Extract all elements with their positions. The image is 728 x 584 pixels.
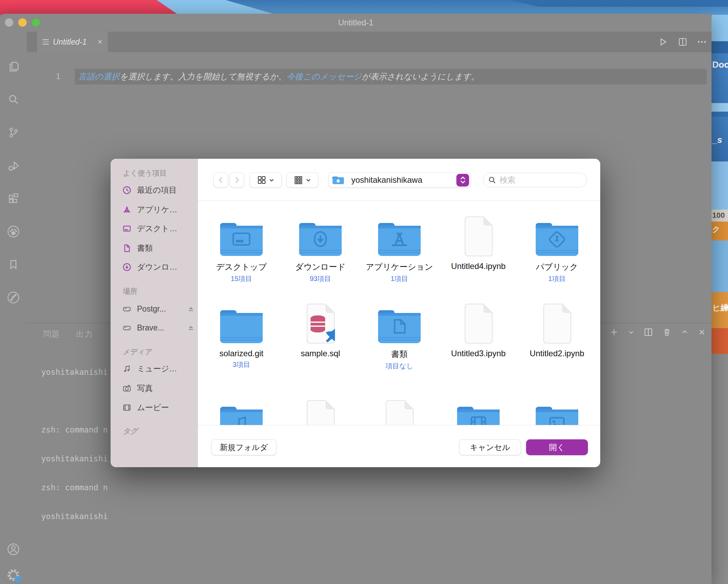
search-input[interactable]	[500, 176, 575, 185]
select-language-link[interactable]: 言語の選択	[78, 71, 120, 82]
document-icon	[122, 244, 132, 253]
strip-fragment: _s	[712, 135, 722, 145]
download-icon	[122, 262, 132, 272]
search-icon[interactable]	[0, 83, 27, 116]
cancel-button[interactable]: キャンセル	[459, 439, 521, 455]
file-item-music-folder[interactable]	[205, 399, 277, 425]
kill-terminal-icon[interactable]	[662, 327, 672, 337]
folder-icon	[363, 303, 435, 344]
group-view-icon	[294, 176, 303, 184]
file-item-untitled3[interactable]: Untitled3.ipynb	[442, 303, 514, 360]
window-titlebar: Untitled-1	[0, 14, 712, 32]
terminal-dropdown-icon[interactable]	[628, 329, 635, 336]
favorites-header: よく使う項目	[123, 168, 167, 178]
window-title: Untitled-1	[0, 18, 712, 27]
forward-button[interactable]	[230, 172, 244, 188]
explorer-icon[interactable]	[0, 50, 27, 83]
sidebar-item-downloads[interactable]: ダウンロ…	[111, 261, 195, 273]
maximize-panel-icon[interactable]	[681, 328, 689, 336]
appstore-icon	[122, 205, 132, 214]
hard-drive-icon	[122, 304, 132, 314]
tab-problems[interactable]: 問題	[43, 329, 60, 339]
desktop-wallpaper	[0, 0, 728, 15]
folder-icon	[284, 215, 356, 257]
location-dropdown[interactable]: yoshitakanishikawa	[328, 172, 471, 188]
grid-view-icon	[257, 176, 266, 184]
folder-icon	[205, 215, 277, 257]
bookmarks-icon[interactable]	[0, 248, 27, 281]
sidebar-item-photos[interactable]: 写真	[111, 382, 195, 394]
location-stepper[interactable]	[456, 174, 469, 187]
run-file-icon[interactable]	[658, 37, 668, 47]
locations-header: 場所	[123, 287, 137, 296]
camera-icon	[122, 384, 132, 393]
run-debug-icon[interactable]	[0, 149, 27, 182]
file-item-untitled4[interactable]: Untitled4.ipynb	[442, 215, 514, 273]
folder-icon	[363, 215, 435, 257]
open-button[interactable]: 開く	[526, 439, 588, 455]
desktop-icon	[122, 224, 132, 233]
group-mode-button[interactable]	[286, 172, 318, 188]
eject-icon[interactable]	[187, 305, 195, 313]
search-field[interactable]	[483, 173, 587, 187]
strip-fragment: ヒ練	[712, 302, 728, 313]
split-editor-icon[interactable]	[678, 37, 687, 47]
new-terminal-icon[interactable]	[609, 327, 619, 337]
hard-drive-icon	[122, 323, 132, 333]
file-item-pictures-folder[interactable]	[521, 399, 593, 425]
close-panel-icon[interactable]	[698, 328, 706, 336]
file-grid: デスクトップ 15項目 ダウンロード 93項目 アプリケーション 1項目	[198, 201, 600, 425]
terminal-output[interactable]: yoshitakanishi zsh: command n yoshitakan…	[41, 348, 108, 540]
tags-header: タグ	[123, 426, 138, 436]
tab-close-icon[interactable]: ×	[98, 38, 102, 46]
more-actions-icon[interactable]	[697, 37, 707, 47]
file-icon	[43, 39, 49, 45]
file-item-sample-sql[interactable]: sample.sql	[284, 303, 356, 360]
tab-label: Untitled-1	[53, 37, 87, 47]
sidebar-item-brave-drive[interactable]: Brave...	[111, 322, 195, 334]
sidebar-item-applications[interactable]: アプリケ…	[111, 203, 195, 216]
dialog-toolbar: yoshitakanishikawa	[198, 159, 600, 201]
sidebar-item-desktop[interactable]: デスクト…	[111, 222, 195, 235]
home-folder-icon	[332, 175, 344, 185]
file-item-movies-folder[interactable]	[442, 399, 514, 425]
document-icon	[521, 303, 593, 344]
split-terminal-icon[interactable]	[644, 327, 653, 337]
folder-icon	[442, 399, 514, 425]
settings-gear-icon[interactable]	[0, 559, 27, 584]
chevron-down-icon	[269, 177, 274, 183]
file-item-applications[interactable]: アプリケーション 1項目	[363, 215, 435, 283]
sidebar-item-music[interactable]: ミュージ…	[111, 362, 195, 375]
dont-show-again-link[interactable]: 今後このメッセージ	[286, 71, 362, 82]
sidebar-item-postgres-drive[interactable]: Postgr...	[111, 303, 195, 315]
git-graph-icon[interactable]	[0, 281, 27, 314]
eject-icon[interactable]	[187, 324, 195, 332]
file-item-document-partial[interactable]	[363, 399, 435, 425]
file-item-documents-folder[interactable]: 書類 項目なし	[363, 303, 435, 371]
chevron-down-icon	[306, 177, 311, 183]
file-item-document-partial[interactable]	[284, 399, 356, 425]
tab-untitled-1[interactable]: Untitled-1 ×	[37, 32, 108, 52]
sidebar-item-documents[interactable]: 書類	[111, 242, 195, 254]
extensions-icon[interactable]	[0, 182, 27, 215]
file-item-downloads[interactable]: ダウンロード 93項目	[284, 215, 356, 283]
sidebar-item-recents[interactable]: 最近の項目	[111, 184, 195, 196]
new-folder-button[interactable]: 新規フォルダ	[211, 439, 276, 455]
tab-output[interactable]: 出力	[76, 329, 93, 339]
location-label: yoshitakanishikawa	[347, 175, 454, 185]
folder-icon	[205, 399, 277, 425]
dialog-footer: 新規フォルダ キャンセル 開く	[198, 425, 600, 467]
media-header: メディア	[123, 347, 152, 357]
sidebar-item-movies[interactable]: ムービー	[111, 401, 195, 414]
file-item-desktop[interactable]: デスクトップ 15項目	[205, 215, 277, 283]
view-mode-button[interactable]	[250, 172, 282, 188]
open-file-dialog: よく使う項目 最近の項目 アプリケ… デスクト… 書類 ダウンロ… 場所 Pos…	[111, 159, 600, 467]
back-button[interactable]	[214, 172, 228, 188]
file-item-solarized-git[interactable]: solarized.git 3項目	[205, 303, 277, 369]
document-icon	[363, 399, 435, 425]
source-control-icon[interactable]	[0, 116, 27, 149]
paw-extension-icon[interactable]	[0, 215, 27, 248]
file-item-untitled2[interactable]: Untitled2.ipynb	[521, 303, 593, 360]
file-item-public[interactable]: パブリック 1項目	[521, 215, 593, 283]
dialog-sidebar: よく使う項目 最近の項目 アプリケ… デスクト… 書類 ダウンロ… 場所 Pos…	[111, 159, 198, 467]
